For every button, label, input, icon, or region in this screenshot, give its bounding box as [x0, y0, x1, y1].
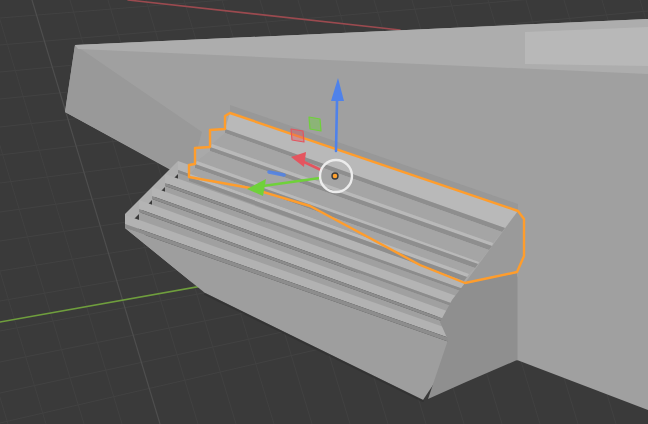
- axis-x-line: [128, 0, 400, 30]
- grid-line-y: [0, 0, 648, 18]
- grid-line-x: [0, 0, 84, 424]
- gizmo-plane-handle-yz[interactable]: [291, 129, 304, 142]
- scene-svg[interactable]: [0, 0, 648, 424]
- object-origin-dot[interactable]: [332, 173, 338, 179]
- slab-recess-wall: [525, 27, 648, 66]
- gizmo-arrow-z-shaft[interactable]: [336, 101, 337, 151]
- gizmo-plane-handle-xz[interactable]: [309, 117, 321, 131]
- 3d-viewport[interactable]: [0, 0, 648, 424]
